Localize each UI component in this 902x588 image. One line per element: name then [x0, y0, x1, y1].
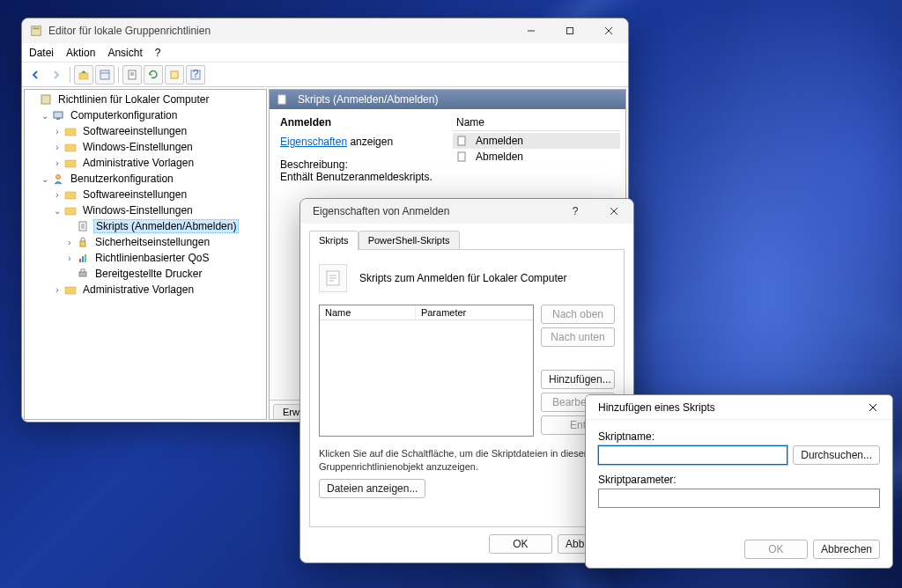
svg-text:?: ?	[193, 69, 199, 80]
dialog-title: Hinzufügen eines Skripts	[593, 401, 854, 414]
ok-button[interactable]: OK	[489, 534, 552, 554]
tree-windows-settings[interactable]: ⌄Windows-Einstellungen	[26, 202, 264, 218]
item-abmelden[interactable]: Abmelden	[453, 149, 620, 165]
column-name[interactable]: Name	[453, 114, 620, 131]
tree-item[interactable]: ›Softwareeinstellungen	[26, 123, 264, 139]
properties-dialog: Eigenschaften von Anmelden ? Skripts Pow…	[299, 198, 634, 563]
tree-pane[interactable]: Richtlinien für Lokaler Computer ⌄ Compu…	[24, 89, 267, 420]
tree-item[interactable]: ›Sicherheitseinstellungen	[26, 234, 264, 250]
properties-button[interactable]	[122, 65, 142, 85]
script-name-label: Skriptname:	[598, 430, 880, 443]
svg-rect-22	[65, 192, 76, 199]
close-button[interactable]	[854, 395, 892, 420]
script-param-label: Skriptparameter:	[598, 474, 880, 486]
col-name[interactable]: Name	[320, 305, 416, 320]
close-button[interactable]	[595, 199, 633, 224]
help-button[interactable]: ?	[186, 65, 205, 85]
gpedit-titlebar[interactable]: Editor für lokale Gruppenrichtlinien	[22, 18, 628, 43]
hint-text: Klicken Sie auf die Schaltfläche, um die…	[319, 447, 615, 474]
menu-help[interactable]: ?	[155, 47, 161, 59]
menu-file[interactable]: Datei	[29, 47, 54, 59]
forward-button[interactable]	[47, 65, 66, 85]
add-dialog-titlebar[interactable]: Hinzufügen eines Skripts	[586, 395, 892, 420]
properties-titlebar[interactable]: Eigenschaften von Anmelden ?	[300, 199, 633, 224]
maximize-button[interactable]	[551, 18, 589, 43]
cancel-button[interactable]: Abbrechen	[813, 540, 880, 559]
script-icon	[455, 150, 469, 164]
folder-icon	[63, 283, 78, 297]
tab-strip: Skripts PowerShell-Skripts	[309, 231, 625, 250]
move-up-button[interactable]: Nach oben	[541, 305, 615, 324]
ok-button[interactable]: OK	[744, 540, 808, 559]
tree-item[interactable]: ›Administrative Vorlagen	[26, 155, 264, 171]
svg-rect-29	[79, 272, 86, 276]
svg-rect-19	[65, 144, 76, 151]
tree-root[interactable]: Richtlinien für Lokaler Computer	[26, 92, 264, 107]
lock-icon	[76, 235, 90, 249]
tree-item[interactable]: ›Windows-Einstellungen	[26, 139, 264, 155]
qos-icon	[76, 251, 90, 265]
svg-rect-33	[458, 136, 465, 145]
menubar: Datei Aktion Ansicht ?	[22, 43, 628, 62]
svg-rect-23	[65, 208, 76, 215]
tab-powershell[interactable]: PowerShell-Skripts	[359, 231, 460, 250]
tree-computer-config[interactable]: ⌄ Computerkonfiguration	[26, 107, 264, 123]
info-text: Skripts zum Anmelden für Lokaler Compute…	[359, 272, 566, 284]
scripts-listbox[interactable]: Name Parameter	[319, 305, 534, 437]
script-file-icon	[319, 264, 347, 292]
move-down-button[interactable]: Nach unten	[541, 327, 615, 347]
browse-button[interactable]: Durchsuchen...	[793, 445, 880, 465]
folder-icon	[63, 203, 78, 217]
svg-rect-27	[82, 256, 84, 262]
menu-view[interactable]: Ansicht	[107, 47, 142, 59]
close-button[interactable]	[589, 18, 628, 43]
back-button[interactable]	[26, 65, 45, 85]
script-param-input[interactable]	[598, 489, 880, 508]
refresh-button[interactable]	[144, 65, 163, 85]
window-title: Editor für lokale Gruppenrichtlinien	[48, 25, 512, 37]
svg-rect-17	[56, 118, 60, 120]
svg-rect-18	[65, 129, 76, 136]
script-icon	[76, 219, 90, 233]
svg-rect-0	[32, 26, 41, 36]
computer-icon	[51, 108, 65, 122]
tree-user-config[interactable]: ⌄ Benutzerkonfiguration	[26, 171, 264, 187]
show-properties-link[interactable]: Eigenschaften anzeigen	[280, 136, 447, 148]
svg-rect-28	[85, 254, 86, 262]
svg-rect-15	[41, 95, 50, 104]
menu-action[interactable]: Aktion	[66, 47, 95, 59]
user-icon	[51, 172, 65, 186]
minimize-button[interactable]	[512, 18, 551, 43]
description-label: Beschreibung:	[280, 158, 447, 171]
description-text: Enthält Benutzeranmeldeskripts.	[280, 171, 447, 183]
svg-rect-34	[458, 152, 465, 161]
svg-rect-32	[278, 95, 285, 104]
show-hide-button[interactable]	[95, 65, 115, 85]
svg-rect-3	[567, 28, 573, 34]
export-button[interactable]	[165, 65, 184, 85]
script-icon	[455, 134, 469, 148]
svg-rect-26	[79, 259, 81, 262]
svg-rect-6	[79, 73, 88, 79]
svg-rect-30	[81, 269, 85, 272]
up-button[interactable]	[74, 65, 93, 85]
add-button[interactable]: Hinzufügen...	[541, 370, 615, 389]
svg-rect-12	[171, 71, 178, 78]
tree-item[interactable]: ›Softwareeinstellungen	[26, 187, 264, 202]
add-script-dialog: Hinzufügen eines Skripts Skriptname: Dur…	[585, 394, 893, 569]
svg-rect-1	[33, 28, 40, 30]
help-button[interactable]: ?	[556, 199, 595, 224]
script-name-input[interactable]	[598, 445, 787, 465]
show-files-button[interactable]: Dateien anzeigen...	[319, 479, 425, 498]
tree-item[interactable]: ›Richtlinienbasierter QoS	[26, 250, 264, 266]
tree-item[interactable]: ›Administrative Vorlagen	[26, 282, 264, 298]
tree-item[interactable]: Bereitgestellte Drucker	[26, 266, 264, 282]
svg-rect-25	[80, 241, 85, 246]
svg-rect-31	[65, 287, 76, 294]
tree-scripts-logon-logoff[interactable]: Skripts (Anmelden/Abmelden)	[26, 218, 264, 234]
item-title: Anmelden	[280, 116, 447, 129]
col-parameter[interactable]: Parameter	[416, 305, 471, 320]
item-anmelden[interactable]: Anmelden	[453, 133, 620, 149]
tab-scripts[interactable]: Skripts	[309, 231, 359, 250]
content-header: Skripts (Anmelden/Abmelden)	[270, 90, 625, 109]
